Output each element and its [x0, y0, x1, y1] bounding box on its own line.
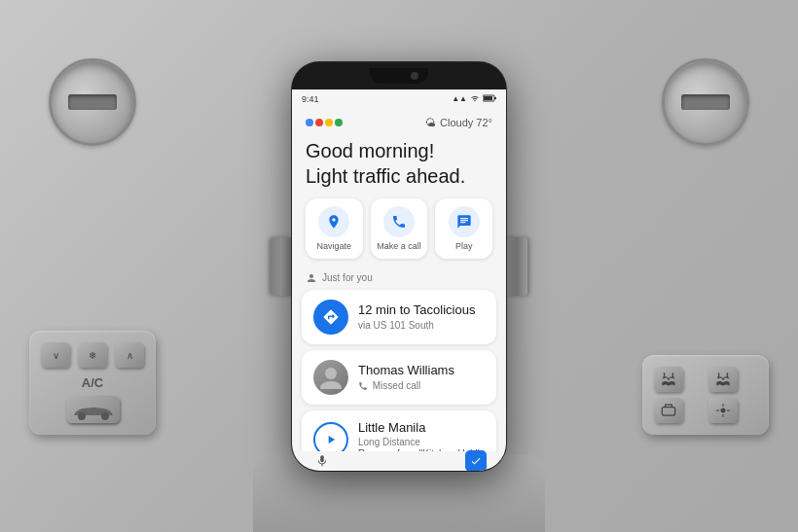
svg-rect-5	[494, 97, 496, 99]
wifi-icon	[470, 94, 480, 104]
greeting-line1: Good morning!	[306, 138, 492, 163]
contact-name: Thomas Williams	[358, 363, 485, 379]
nav-card-content: 12 min to Tacolicious via US 101 South	[358, 302, 485, 331]
fan-up-button[interactable]: ∧	[115, 342, 144, 368]
mount-arm-left	[271, 237, 292, 296]
phone-bottom-bar	[292, 451, 506, 471]
greeting: Good morning! Light traffic ahead.	[292, 134, 506, 198]
avatar-face	[313, 360, 348, 395]
action-buttons: Navigate Make a call	[292, 198, 506, 268]
music-resume: Resume from "Kitchen Hub"	[358, 448, 485, 450]
call-icon	[383, 206, 415, 237]
svg-point-1	[101, 412, 109, 420]
navigation-card[interactable]: 12 min to Tacolicious via US 101 South	[302, 290, 496, 344]
svg-point-3	[721, 408, 726, 413]
weather-text: Cloudy 72°	[440, 117, 492, 128]
status-icons: ▲▲	[452, 94, 496, 104]
weather-badge: 🌤 Cloudy 72°	[425, 117, 492, 128]
status-bar: 9:41 ▲▲	[292, 89, 506, 109]
navigate-icon	[318, 206, 349, 237]
navigate-label: Navigate	[317, 241, 352, 251]
vent-right	[662, 58, 749, 146]
fan-icon: ❄	[78, 342, 107, 368]
mirror-fold-icon	[654, 398, 683, 423]
notch	[370, 68, 428, 84]
music-title: Little Manila	[358, 420, 485, 437]
play-button[interactable]: Play	[435, 198, 492, 259]
car-icon-button	[66, 396, 120, 423]
vent-left	[49, 58, 136, 146]
phone-notch-area	[292, 62, 506, 89]
contact-card-content: Thomas Williams Missed call	[358, 363, 485, 391]
greeting-line2: Light traffic ahead.	[306, 163, 492, 189]
controls-right	[642, 355, 769, 435]
svg-rect-2	[662, 408, 674, 415]
seat-heat-icon	[654, 367, 683, 392]
svg-point-0	[78, 412, 86, 420]
music-play-icon	[313, 422, 348, 451]
section-label: Just for you	[292, 268, 506, 290]
mount-arm-right	[506, 237, 527, 296]
controls-left: ∨ ❄ ∧ A/C	[29, 331, 156, 435]
battery-icon	[483, 94, 496, 104]
music-card[interactable]: Little Manila Long Distance Resume from …	[302, 410, 496, 451]
phone-mount: 9:41 ▲▲	[292, 62, 506, 471]
music-subtitle: Long Distance	[358, 437, 485, 447]
ga-dot-yellow	[325, 119, 333, 126]
svg-point-7	[325, 368, 337, 379]
play-label: Play	[455, 241, 473, 251]
contact-avatar	[313, 360, 348, 395]
camera	[411, 72, 418, 80]
music-card-content: Little Manila Long Distance Resume from …	[358, 420, 485, 451]
assistant-icon	[306, 119, 343, 126]
nav-card-icon	[313, 300, 348, 335]
play-icon	[449, 206, 480, 237]
weather-icon: 🌤	[425, 117, 436, 128]
fan-down-button[interactable]: ∨	[41, 342, 70, 368]
ga-dot-green	[335, 119, 343, 126]
call-label: Make a call	[377, 241, 421, 251]
section-text: Just for you	[322, 272, 373, 283]
signal-icon: ▲▲	[452, 94, 467, 103]
confirm-button[interactable]	[465, 450, 487, 471]
navigate-button[interactable]: Navigate	[306, 198, 363, 259]
phone-screen: 🌤 Cloudy 72° Good morning! Light traffic…	[292, 109, 506, 451]
contact-subtitle: Missed call	[358, 380, 485, 391]
svg-rect-6	[484, 96, 492, 100]
phone: 9:41 ▲▲	[292, 62, 506, 471]
contact-card[interactable]: Thomas Williams Missed call	[302, 350, 496, 405]
ac-label: A/C	[41, 375, 144, 390]
person-icon	[306, 272, 317, 284]
status-time: 9:41	[302, 94, 319, 104]
call-button[interactable]: Make a call	[371, 198, 428, 259]
contact-missed-call: Missed call	[373, 380, 420, 391]
screen-header: 🌤 Cloudy 72°	[292, 109, 506, 134]
missed-call-icon	[358, 381, 368, 391]
nav-card-title: 12 min to Tacolicious	[358, 302, 485, 319]
ga-dot-blue	[306, 119, 313, 126]
nav-card-subtitle: via US 101 South	[358, 320, 485, 331]
dashboard: ∨ ❄ ∧ A/C	[0, 0, 798, 532]
mirror-adjust-icon	[708, 398, 738, 423]
microphone-button[interactable]	[311, 450, 333, 471]
ga-dot-red	[315, 119, 323, 126]
seat-heat2-icon	[708, 367, 738, 392]
